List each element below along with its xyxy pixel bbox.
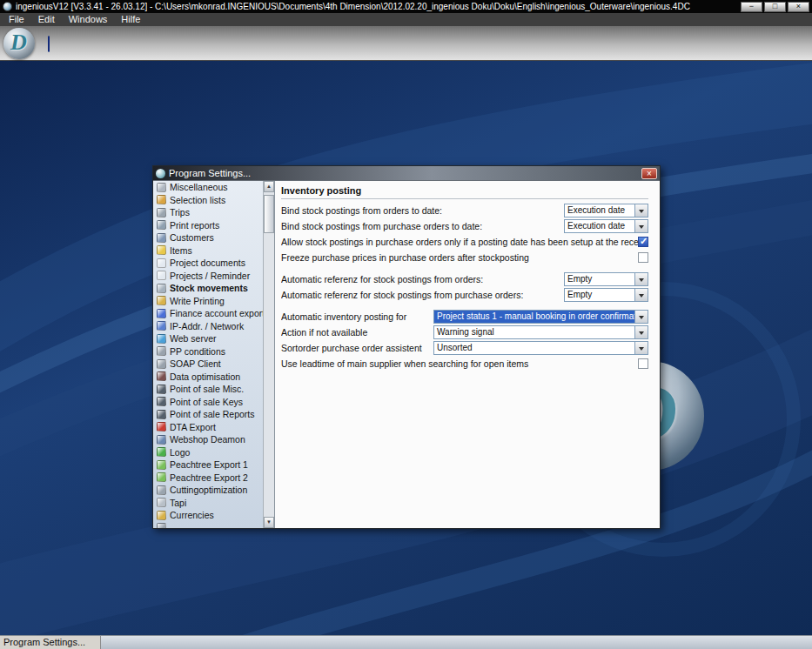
dialog-titlebar[interactable]: Program Settings... × bbox=[153, 166, 660, 180]
sidebar-item-print-reports[interactable]: Print reports bbox=[153, 219, 263, 232]
sidebar-item-label: Trips bbox=[170, 207, 190, 217]
sidebar-scrollbar[interactable]: ▲ ▼ bbox=[263, 181, 274, 528]
peachtree-export-icon bbox=[157, 472, 166, 482]
list-icon bbox=[157, 195, 166, 204]
sidebar-item-soap-client[interactable]: SOAP Client bbox=[153, 358, 263, 371]
finance-export-icon bbox=[157, 309, 166, 318]
chevron-down-icon[interactable] bbox=[634, 311, 648, 323]
dialog-body: Miscellaneous Selection lists Trips Prin… bbox=[153, 180, 660, 528]
sidebar-item-partial[interactable] bbox=[153, 522, 263, 529]
sidebar-item-logo[interactable]: Logo bbox=[153, 446, 263, 459]
bind-orders-value: Execution date bbox=[565, 204, 634, 217]
sidebar-list: Miscellaneous Selection lists Trips Prin… bbox=[153, 181, 263, 528]
sidebar-item-pos-keys[interactable]: Point of sale Keys bbox=[153, 396, 263, 409]
bind-purchase-value: Execution date bbox=[565, 220, 634, 232]
sidebar-item-data-optimisation[interactable]: Data optimisation bbox=[153, 371, 263, 384]
chevron-down-icon[interactable] bbox=[634, 326, 648, 338]
chevron-down-icon[interactable] bbox=[634, 342, 648, 354]
row-bind-purchase: Bind stock postings from purchase orders… bbox=[281, 218, 648, 234]
save-icon bbox=[48, 36, 50, 52]
sidebar-item-finance-account-export[interactable]: Finance account export bbox=[153, 307, 263, 320]
sidebar-item-webshop-deamon[interactable]: Webshop Deamon bbox=[153, 433, 263, 446]
image-icon bbox=[157, 447, 166, 457]
sidebar-item-pos-misc[interactable]: Point of sale Misc. bbox=[153, 383, 263, 396]
scrollbar-track[interactable] bbox=[264, 192, 274, 517]
sidebar-item-peachtree-export-1[interactable]: Peachtree Export 1 bbox=[153, 458, 263, 472]
chevron-down-icon[interactable] bbox=[634, 289, 648, 301]
sidebar-item-projects-reminder[interactable]: Projects / Reminder bbox=[153, 270, 263, 283]
ref-orders-select[interactable]: Empty bbox=[564, 272, 648, 286]
sidebar-item-stock-movements[interactable]: Stock movements bbox=[153, 282, 263, 295]
sidebar-item-peachtree-export-2[interactable]: Peachtree Export 2 bbox=[153, 472, 263, 485]
sidebar-item-items[interactable]: Items bbox=[153, 244, 263, 258]
sidebar-item-pp-conditions[interactable]: PP conditions bbox=[153, 345, 263, 358]
sidebar-item-label: Stock movements bbox=[170, 283, 248, 293]
allow-postings-checkbox[interactable] bbox=[638, 237, 648, 247]
menu-file[interactable]: File bbox=[2, 13, 31, 26]
scroll-down-icon[interactable]: ▼ bbox=[264, 517, 274, 528]
sidebar-item-web-server[interactable]: Web server bbox=[153, 332, 263, 345]
menubar: File Edit Windows Hilfe bbox=[0, 13, 812, 26]
auto-posting-select[interactable]: Project status 1 - manual booking in ord… bbox=[433, 310, 648, 324]
leadtime-checkbox[interactable] bbox=[638, 358, 648, 369]
action-not-available-select[interactable]: Warning signal bbox=[433, 325, 648, 339]
minimize-button[interactable]: − bbox=[741, 2, 762, 12]
chevron-down-icon[interactable] bbox=[634, 220, 648, 232]
sidebar-item-project-documents[interactable]: Project documents bbox=[153, 257, 263, 270]
items-icon bbox=[157, 245, 166, 255]
sidebar-item-label: DTA Export bbox=[170, 422, 216, 432]
sidebar-item-pos-reports[interactable]: Point of sale Reports bbox=[153, 408, 263, 421]
maximize-button[interactable]: □ bbox=[764, 2, 786, 12]
sidebar-item-write-printing[interactable]: Write Printing bbox=[153, 295, 263, 308]
sortorder-select[interactable]: Unsorted bbox=[433, 341, 648, 355]
database-icon bbox=[157, 371, 166, 381]
sidebar-item-label: Point of sale Keys bbox=[170, 397, 243, 407]
sidebar-item-label: Point of sale Misc. bbox=[170, 384, 244, 394]
ref-orders-label: Automatic referenz for stock postings fr… bbox=[281, 274, 488, 284]
ref-orders-value: Empty bbox=[565, 273, 634, 285]
brand-logo-icon: D bbox=[3, 28, 35, 59]
sidebar-item-cuttingoptimization[interactable]: Cuttingoptimization bbox=[153, 484, 263, 497]
sidebar-item-label: Point of sale Reports bbox=[170, 409, 254, 419]
pencil-icon bbox=[157, 296, 166, 305]
phone-icon bbox=[157, 498, 166, 507]
sidebar-item-dta-export[interactable]: DTA Export bbox=[153, 421, 263, 434]
sidebar-item-label: Webshop Deamon bbox=[170, 434, 245, 445]
sidebar-item-tapi[interactable]: Tapi bbox=[153, 497, 263, 510]
sidebar-item-miscellaneous[interactable]: Miscellaneous bbox=[153, 181, 263, 194]
bind-purchase-select[interactable]: Execution date bbox=[564, 219, 648, 233]
menu-windows[interactable]: Windows bbox=[62, 13, 115, 26]
sidebar-item-label: Data optimisation bbox=[170, 371, 240, 382]
coins-icon bbox=[157, 511, 166, 520]
webshop-icon bbox=[157, 435, 166, 445]
sidebar-item-customers[interactable]: Customers bbox=[153, 231, 263, 244]
sidebar-item-selection-lists[interactable]: Selection lists bbox=[153, 194, 263, 207]
chevron-down-icon[interactable] bbox=[634, 273, 648, 285]
ref-purchase-value: Empty bbox=[565, 289, 634, 301]
scroll-up-icon[interactable]: ▲ bbox=[264, 181, 274, 192]
scrollbar-thumb[interactable] bbox=[264, 195, 274, 233]
gear-icon bbox=[157, 346, 166, 356]
sidebar-item-trips[interactable]: Trips bbox=[153, 206, 263, 219]
freeze-prices-label: Freeze purchase prices in purchase order… bbox=[281, 252, 534, 263]
sidebar-item-label: Print reports bbox=[170, 220, 219, 231]
titlebar: ingeniousV12 [V3.3.41 - 26.03.12] - C:\U… bbox=[0, 0, 812, 13]
allow-postings-label: Allow stock postings in purchase orders … bbox=[281, 237, 638, 247]
save-button[interactable] bbox=[48, 37, 62, 50]
dialog-close-button[interactable]: × bbox=[641, 168, 657, 179]
document-icon bbox=[157, 258, 166, 268]
sidebar-item-label: IP-Addr. / Network bbox=[170, 321, 244, 331]
network-icon bbox=[157, 321, 166, 331]
ref-purchase-select[interactable]: Empty bbox=[564, 288, 648, 302]
bind-orders-select[interactable]: Execution date bbox=[564, 204, 648, 217]
close-button[interactable]: × bbox=[788, 2, 809, 12]
chevron-down-icon[interactable] bbox=[634, 204, 648, 217]
sidebar-item-label: Customers bbox=[170, 232, 214, 243]
sidebar-item-currencies[interactable]: Currencies bbox=[153, 509, 263, 522]
sidebar-item-label: Finance account export bbox=[170, 308, 263, 318]
freeze-prices-checkbox[interactable] bbox=[638, 252, 648, 263]
menu-edit[interactable]: Edit bbox=[31, 13, 62, 26]
menu-hilfe[interactable]: Hilfe bbox=[114, 13, 147, 26]
sidebar-item-label: Items bbox=[170, 245, 192, 256]
sidebar-item-ip-addr-network[interactable]: IP-Addr. / Network bbox=[153, 320, 263, 333]
